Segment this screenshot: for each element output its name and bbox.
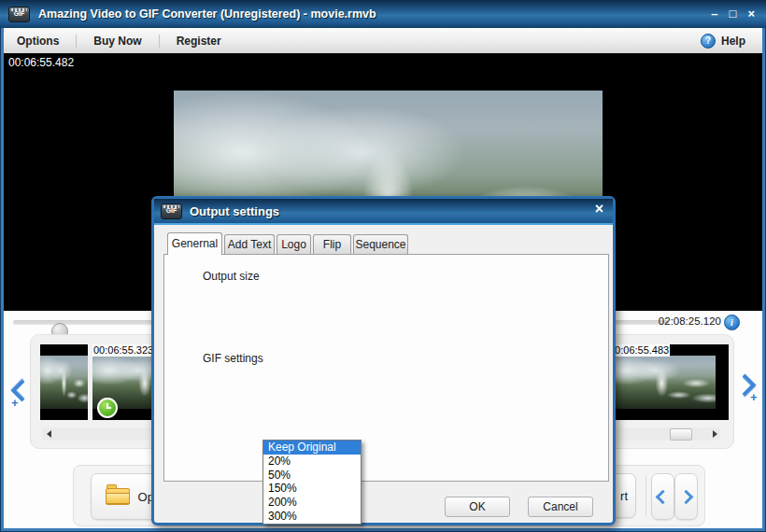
app-icon-label: GIF (14, 10, 25, 17)
menu-help[interactable]: ? Help (701, 34, 745, 49)
app-window: GIF Amazing Video to GIF Converter (Unre… (0, 0, 766, 532)
tab-add-text[interactable]: Add Text (224, 234, 275, 254)
tab-logo[interactable]: Logo (277, 234, 311, 254)
tab-panel-general (163, 254, 609, 482)
chevron-right-icon (679, 489, 694, 504)
gif-speed-option[interactable]: 20% (263, 455, 361, 469)
output-settings-dialog: GIF Output settings × Genernal Add Text … (151, 196, 616, 525)
menu-separator (159, 35, 160, 48)
menu-bar: Options Buy Now Register ? Help (4, 28, 762, 54)
gif-speed-dropdown-list: Keep Original20%50%150%200%300% (262, 440, 362, 525)
scroll-left-icon[interactable] (47, 430, 51, 438)
close-icon[interactable]: × (747, 0, 755, 28)
scroll-right-icon[interactable] (713, 430, 717, 438)
total-time: 02:08:25.120 (659, 315, 721, 327)
dialog-icon: GIF (161, 203, 182, 219)
title-bar: GIF Amazing Video to GIF Converter (Unre… (0, 0, 766, 28)
thumbnail-image (608, 356, 716, 409)
info-icon[interactable]: i (724, 315, 740, 330)
tab-sequence[interactable]: Sequence (353, 234, 408, 254)
dialog-close-icon[interactable]: × (595, 201, 603, 217)
timeline-thumbnail[interactable] (40, 344, 88, 420)
menu-buy-now[interactable]: Buy Now (80, 35, 154, 48)
cancel-button[interactable]: Cancel (528, 497, 593, 517)
prev-button[interactable] (651, 473, 674, 520)
timeline-thumbnail[interactable]: 00:06:55.483 (608, 344, 729, 420)
ok-button[interactable]: OK (445, 497, 510, 517)
gif-settings-legend: GIF settings (199, 352, 267, 365)
dialog-icon-label: GIF (166, 207, 177, 214)
plus-icon: + (11, 396, 19, 410)
app-icon: GIF (8, 7, 30, 22)
folder-icon (106, 488, 130, 505)
minimize-icon[interactable]: – (711, 0, 717, 28)
dialog-title: Output settings (190, 204, 279, 218)
thumbnail-time: 00:06:55.483 (608, 344, 670, 357)
window-title: Amazing Video to GIF Converter (Unregist… (38, 7, 376, 21)
gif-speed-option[interactable]: 300% (263, 510, 361, 524)
plus-icon: + (750, 390, 758, 404)
gif-speed-option[interactable]: 200% (263, 496, 361, 510)
gif-speed-option[interactable]: 50% (263, 469, 361, 483)
thumbnail-time: 00:06:55.323 (92, 344, 154, 357)
thumbnail-image (40, 356, 88, 409)
next-button[interactable] (674, 473, 698, 520)
toolbar-separator (645, 475, 646, 516)
output-size-legend: Output size (199, 270, 263, 283)
tab-general[interactable]: Genernal (167, 232, 222, 255)
chevron-left-icon (656, 489, 671, 504)
scrollbar-thumb[interactable] (670, 428, 692, 441)
maximize-icon[interactable]: □ (730, 0, 737, 28)
convert-button-label: rt (620, 489, 628, 503)
menu-separator (76, 35, 77, 48)
help-label: Help (721, 35, 745, 48)
gif-speed-option[interactable]: Keep Original (263, 441, 361, 455)
tab-flip[interactable]: Flip (313, 234, 351, 254)
menu-options[interactable]: Options (4, 35, 72, 48)
menu-register[interactable]: Register (163, 35, 234, 48)
gif-speed-option[interactable]: 150% (263, 482, 361, 496)
clock-icon (97, 398, 118, 418)
current-frame-time: 00:06:55.482 (8, 56, 74, 69)
dialog-title-bar[interactable]: GIF Output settings × (154, 199, 613, 225)
help-icon: ? (701, 34, 716, 49)
